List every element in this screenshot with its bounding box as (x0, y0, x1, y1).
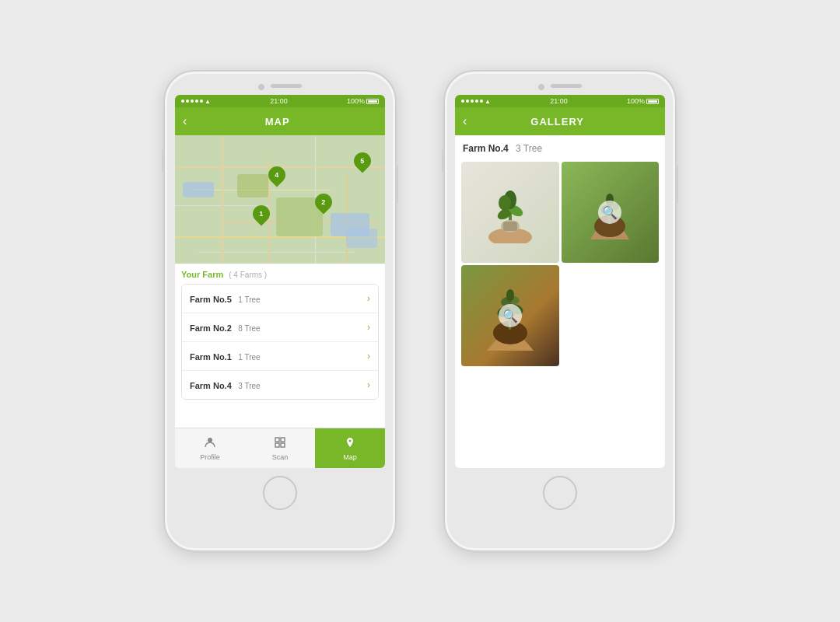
pin-number-5: 5 (360, 157, 364, 165)
farm-item-1[interactable]: Farm No.1 1 Tree › (182, 342, 378, 371)
svg-rect-2 (281, 438, 285, 442)
farm-name-2: Farm No.2 (190, 323, 232, 333)
farm-count-1: 1 Tree (238, 353, 260, 362)
farm-title-text: Your Farm (181, 270, 223, 279)
chevron-icon-2: › (367, 322, 370, 333)
pin-number-4: 4 (275, 171, 278, 179)
scan-icon (274, 436, 286, 452)
g-signal-dot-1 (461, 100, 464, 103)
signal-dot-3 (191, 100, 194, 103)
side-button-right-2 (675, 165, 678, 204)
g-battery-percent: 100% (627, 97, 645, 105)
gallery-img-content-1 (461, 162, 559, 263)
phone-gallery: ▲ 21:00 100% ‹ GALLERY Farm No.4 3 Tr (443, 70, 677, 552)
map-pin-4[interactable]: 4 (268, 166, 285, 183)
battery-bar (366, 99, 379, 104)
farm-item-4[interactable]: Farm No.4 3 Tree › (182, 371, 378, 399)
pin-body-4: 4 (264, 162, 289, 187)
g-battery-indicator: 100% (627, 97, 659, 105)
status-time: 21:00 (270, 97, 288, 105)
signal-dot-4 (195, 100, 198, 103)
svg-rect-3 (275, 443, 279, 447)
g-battery-bar (646, 99, 659, 104)
side-button-left-2 (442, 149, 445, 173)
side-button-right (395, 165, 398, 204)
pin-body-1: 1 (249, 201, 273, 225)
nav-profile[interactable]: Profile (175, 428, 245, 468)
nav-map-label: Map (343, 453, 357, 461)
signal-dot-2 (186, 100, 189, 103)
front-camera-2 (538, 84, 544, 90)
pin-number-2: 2 (321, 198, 325, 206)
farm-list: Farm No.5 1 Tree › Farm No.2 8 Tree › (181, 284, 379, 400)
gallery-image-1[interactable] (461, 162, 559, 263)
svg-rect-4 (281, 443, 285, 447)
farm-item-5[interactable]: Farm No.5 1 Tree › (182, 285, 378, 313)
status-bar-map: ▲ 21:00 100% (175, 95, 385, 107)
g-battery-fill (648, 100, 657, 103)
farm-name-1: Farm No.1 (190, 352, 232, 362)
g-signal-dot-5 (480, 100, 483, 103)
gallery-tree-count: 3 Tree (516, 143, 542, 154)
nav-scan-label: Scan (272, 453, 289, 461)
battery-indicator: 100% (347, 97, 379, 105)
pin-body-5: 5 (350, 149, 374, 173)
farm-section: Your Farm ( 4 Farms ) Farm No.5 1 Tree ›… (175, 264, 385, 428)
status-left-g: ▲ (461, 98, 491, 105)
nav-map[interactable]: Map (315, 428, 385, 468)
back-button[interactable]: ‹ (183, 114, 187, 128)
g-status-time: 21:00 (550, 97, 568, 105)
gallery-screen: ▲ 21:00 100% ‹ GALLERY Farm No.4 3 Tr (455, 95, 665, 468)
phone-map: ▲ 21:00 100% ‹ MAP (163, 70, 397, 552)
svg-rect-13 (503, 222, 517, 231)
farm-item-2[interactable]: Farm No.2 8 Tree › (182, 313, 378, 342)
page-container: ▲ 21:00 100% ‹ MAP (0, 0, 840, 622)
svg-point-11 (499, 195, 511, 211)
wifi-icon: ▲ (205, 98, 211, 105)
search-overlay-2: 🔍 (598, 201, 621, 224)
g-signal-dot-4 (475, 100, 478, 103)
front-camera (258, 84, 264, 90)
g-signal-dot-2 (466, 100, 469, 103)
svg-point-5 (349, 439, 352, 442)
home-button-gallery[interactable] (543, 476, 577, 510)
map-area[interactable]: 1 2 4 5 (175, 135, 385, 264)
farm-name-5: Farm No.5 (190, 295, 232, 304)
map-title: MAP (193, 116, 362, 128)
farm-count-5: 1 Tree (238, 295, 260, 304)
chevron-icon-5: › (367, 293, 370, 304)
nav-profile-label: Profile (200, 453, 220, 461)
bottom-nav: Profile Scan (175, 428, 385, 468)
g-wifi-icon: ▲ (485, 98, 491, 105)
search-overlay-3: 🔍 (499, 304, 522, 327)
farm-section-title: Your Farm ( 4 Farms ) (181, 270, 379, 279)
phone-top-bar-2 (451, 84, 669, 90)
gallery-header: ‹ GALLERY (455, 107, 665, 135)
gallery-grid: 🔍 (455, 162, 665, 372)
map-pin-2[interactable]: 2 (315, 194, 332, 211)
gallery-title: GALLERY (473, 116, 642, 128)
gallery-info-row: Farm No.4 3 Tree (455, 135, 665, 162)
farm-count-2: 8 Tree (238, 324, 260, 333)
gallery-back-button[interactable]: ‹ (463, 114, 467, 128)
pin-body-2: 2 (311, 190, 335, 214)
gallery-farm-name: Farm No.4 (463, 143, 509, 154)
gallery-empty-cell (562, 265, 660, 366)
gallery-image-3[interactable]: 🔍 (461, 265, 559, 366)
phone-top-bar (171, 84, 389, 90)
signal-dot-5 (200, 100, 203, 103)
map-pin-5[interactable]: 5 (354, 152, 371, 169)
svg-point-25 (506, 289, 514, 302)
farm-count-4: 3 Tree (238, 382, 260, 390)
gallery-image-2[interactable]: 🔍 (562, 162, 660, 263)
nav-scan[interactable]: Scan (245, 428, 315, 468)
map-pin-1[interactable]: 1 (253, 205, 270, 222)
map-icon (344, 436, 356, 452)
speaker (271, 84, 302, 88)
farm-count-text: ( 4 Farms ) (229, 271, 267, 279)
signal-dot-1 (181, 100, 184, 103)
battery-fill (368, 100, 377, 103)
map-screen: ▲ 21:00 100% ‹ MAP (175, 95, 385, 468)
home-button-map[interactable] (263, 476, 297, 510)
chevron-icon-1: › (367, 351, 370, 362)
